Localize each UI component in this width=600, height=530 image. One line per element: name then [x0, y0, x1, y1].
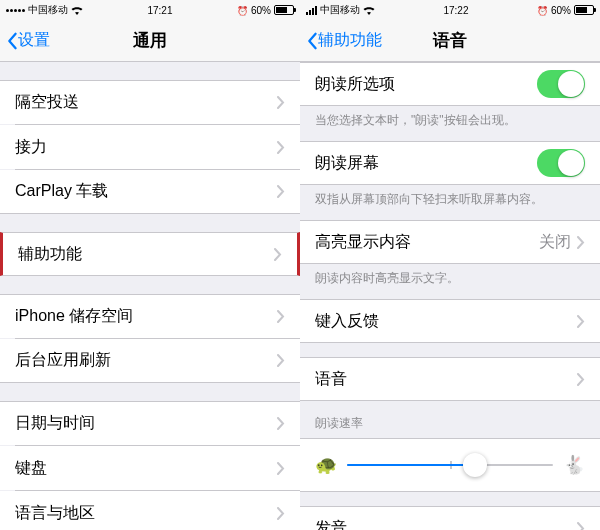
battery-icon — [574, 5, 594, 15]
battery-pct: 60% — [551, 5, 571, 16]
cell-label: 隔空投送 — [15, 92, 277, 113]
slider-thumb[interactable] — [463, 453, 487, 477]
row-voice[interactable]: 语音 — [300, 357, 600, 401]
page-title: 通用 — [133, 29, 167, 52]
signal-icon — [306, 6, 317, 15]
chevron-right-icon — [277, 417, 285, 430]
phone-left: 中国移动 17:21 60% 设置 通用 隔空投送 接力 CarPlay 车载 … — [0, 0, 300, 530]
cell-label: CarPlay 车载 — [15, 181, 277, 202]
status-bar: 中国移动 17:21 60% — [0, 0, 300, 20]
chevron-right-icon — [274, 248, 282, 261]
cell-label: 语言与地区 — [15, 503, 277, 524]
cell-label: 键入反馈 — [315, 311, 577, 332]
toggle-speak-selection[interactable] — [537, 70, 585, 98]
toggle-speak-screen[interactable] — [537, 149, 585, 177]
cell-label: 辅助功能 — [18, 244, 274, 265]
chevron-right-icon — [277, 96, 285, 109]
row-language-region[interactable]: 语言与地区 — [0, 491, 300, 530]
time-label: 17:21 — [147, 5, 172, 16]
chevron-left-icon — [306, 32, 318, 50]
chevron-right-icon — [277, 185, 285, 198]
row-pronunciation[interactable]: 发音 — [300, 506, 600, 530]
back-button[interactable]: 辅助功能 — [306, 30, 382, 51]
row-typing-feedback[interactable]: 键入反馈 — [300, 299, 600, 343]
cell-label: 接力 — [15, 137, 277, 158]
cell-label: 后台应用刷新 — [15, 350, 277, 371]
row-highlight-content[interactable]: 高亮显示内容 关闭 — [300, 220, 600, 264]
chevron-right-icon — [277, 310, 285, 323]
footer-note: 双指从屏幕顶部向下轻扫来听取屏幕内容。 — [300, 185, 600, 208]
row-speak-selection: 朗读所选项 — [300, 62, 600, 106]
wifi-icon — [71, 6, 83, 15]
row-datetime[interactable]: 日期与时间 — [0, 401, 300, 445]
content-scroll[interactable]: 朗读所选项 当您选择文本时，"朗读"按钮会出现。 朗读屏幕 双指从屏幕顶部向下轻… — [300, 62, 600, 530]
row-speaking-rate: 🐢 🐇 — [300, 438, 600, 492]
wifi-icon — [363, 6, 375, 15]
nav-bar: 辅助功能 语音 — [300, 20, 600, 62]
chevron-right-icon — [577, 373, 585, 386]
footer-note: 当您选择文本时，"朗读"按钮会出现。 — [300, 106, 600, 129]
row-accessibility[interactable]: 辅助功能 — [0, 232, 300, 276]
chevron-left-icon — [6, 32, 18, 50]
status-bar: 中国移动 17:22 60% — [300, 0, 600, 20]
row-airdrop[interactable]: 隔空投送 — [0, 80, 300, 124]
chevron-right-icon — [577, 236, 585, 249]
back-label: 设置 — [18, 30, 50, 51]
page-title: 语音 — [433, 29, 467, 52]
chevron-right-icon — [277, 507, 285, 520]
row-keyboard[interactable]: 键盘 — [0, 446, 300, 490]
cell-label: iPhone 储存空间 — [15, 306, 277, 327]
alarm-icon — [537, 5, 548, 16]
time-label: 17:22 — [443, 5, 468, 16]
battery-pct: 60% — [251, 5, 271, 16]
row-handoff[interactable]: 接力 — [0, 125, 300, 169]
content-scroll[interactable]: 隔空投送 接力 CarPlay 车载 辅助功能 iPhone 储存空间 后台应用… — [0, 62, 300, 530]
chevron-right-icon — [577, 315, 585, 328]
chevron-right-icon — [277, 141, 285, 154]
row-speak-screen: 朗读屏幕 — [300, 141, 600, 185]
rate-slider[interactable] — [347, 464, 553, 466]
battery-icon — [274, 5, 294, 15]
phone-right: 中国移动 17:22 60% 辅助功能 语音 朗读所选项 当您选择文本时，"朗读… — [300, 0, 600, 530]
rabbit-icon: 🐇 — [563, 454, 585, 476]
nav-bar: 设置 通用 — [0, 20, 300, 62]
carrier-label: 中国移动 — [320, 3, 360, 17]
back-button[interactable]: 设置 — [6, 30, 50, 51]
carrier-label: 中国移动 — [28, 3, 68, 17]
cell-label: 键盘 — [15, 458, 277, 479]
cell-label: 语音 — [315, 369, 577, 390]
footer-note: 朗读内容时高亮显示文字。 — [300, 264, 600, 287]
alarm-icon — [237, 5, 248, 16]
chevron-right-icon — [577, 522, 585, 531]
section-header-rate: 朗读速率 — [300, 401, 600, 438]
cell-label: 高亮显示内容 — [315, 232, 539, 253]
back-label: 辅助功能 — [318, 30, 382, 51]
signal-icon — [6, 9, 25, 12]
cell-value: 关闭 — [539, 232, 571, 253]
row-carplay[interactable]: CarPlay 车载 — [0, 170, 300, 214]
cell-label: 发音 — [315, 518, 577, 531]
cell-label: 朗读屏幕 — [315, 153, 537, 174]
row-storage[interactable]: iPhone 储存空间 — [0, 294, 300, 338]
cell-label: 日期与时间 — [15, 413, 277, 434]
cell-label: 朗读所选项 — [315, 74, 537, 95]
chevron-right-icon — [277, 462, 285, 475]
turtle-icon: 🐢 — [315, 454, 337, 476]
row-background-refresh[interactable]: 后台应用刷新 — [0, 339, 300, 383]
chevron-right-icon — [277, 354, 285, 367]
